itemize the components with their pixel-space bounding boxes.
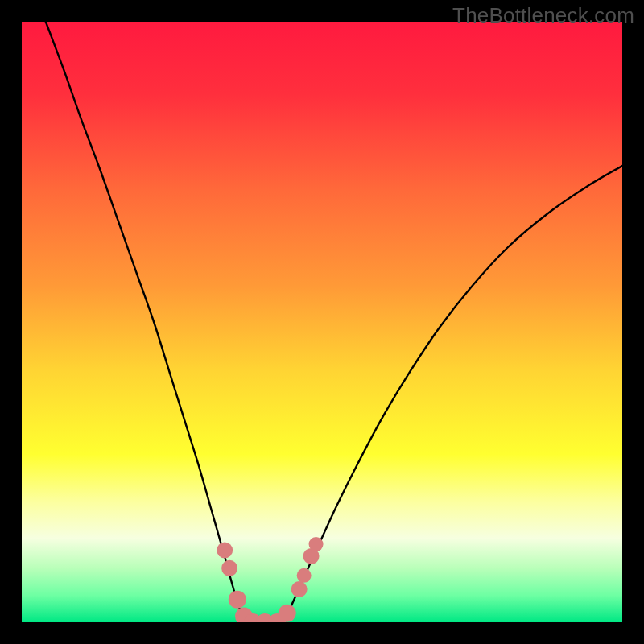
chart-svg [22,22,622,622]
gradient-background [22,22,622,622]
plot-area [22,22,622,622]
marker-point [291,581,308,597]
watermark-text: TheBottleneck.com [452,3,634,28]
outer-frame: TheBottleneck.com [0,0,644,644]
marker-point [221,560,237,576]
marker-point [279,605,296,622]
marker-point [309,537,324,551]
marker-point [229,591,246,609]
marker-point [217,542,233,558]
marker-point [297,568,312,583]
